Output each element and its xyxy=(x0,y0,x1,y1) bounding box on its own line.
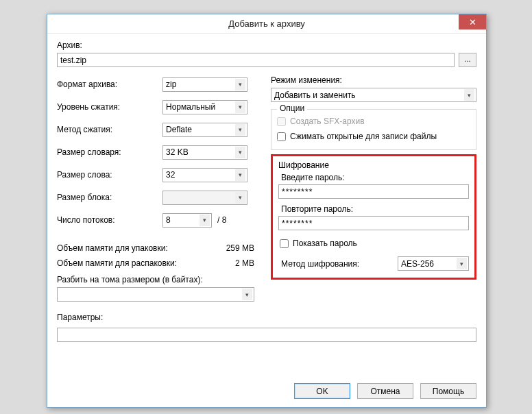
split-label: Разбить на тома размером (в байтах): xyxy=(57,275,254,284)
archive-label: Архив: xyxy=(57,40,476,50)
level-label: Уровень сжатия: xyxy=(57,102,162,112)
sfx-label: Создать SFX-архив xyxy=(290,117,365,126)
chevron-down-icon: ▾ xyxy=(235,169,245,181)
chevron-down-icon: ▾ xyxy=(235,101,245,113)
dialog-body: Архив: ... Формат архива: zip ▾ Уровень … xyxy=(47,34,486,376)
update-value: Добавить и заменить xyxy=(274,90,356,100)
window-title: Добавить к архиву xyxy=(228,19,305,29)
params-input[interactable] xyxy=(57,328,476,342)
mem-pack-label: Объем памяти для упаковки: xyxy=(57,243,168,253)
chevron-down-icon: ▾ xyxy=(235,147,245,158)
options-legend: Опции xyxy=(277,103,307,113)
mem-unpack-value: 2 MB xyxy=(235,258,254,268)
chevron-down-icon: ▾ xyxy=(235,79,245,90)
mem-pack-value: 259 MB xyxy=(226,243,254,253)
ok-button[interactable]: OK xyxy=(294,383,350,399)
options-group: Опции Создать SFX-архив Сжимать открытые… xyxy=(271,109,476,150)
threads-select[interactable]: 8 ▾ xyxy=(162,213,212,228)
right-column: Режим изменения: Добавить и заменить ▾ О… xyxy=(271,75,476,302)
dialog-window: Добавить к архиву ✕ Архив: ... Формат ар… xyxy=(47,14,487,408)
showpw-checkbox[interactable] xyxy=(280,239,289,248)
method-label: Метод сжатия: xyxy=(57,125,162,134)
threads-value: 8 xyxy=(166,215,171,225)
help-button[interactable]: Помощь xyxy=(420,383,476,399)
shared-checkbox-row[interactable]: Сжимать открытые для записи файлы xyxy=(277,129,470,144)
showpw-row[interactable]: Показать пароль xyxy=(280,236,469,251)
format-label: Формат архива: xyxy=(57,80,162,89)
archive-input[interactable] xyxy=(57,53,455,67)
close-button[interactable]: ✕ xyxy=(459,14,486,29)
sfx-checkbox-row: Создать SFX-архив xyxy=(277,114,470,129)
dict-select[interactable]: 32 KB ▾ xyxy=(162,145,247,160)
close-icon: ✕ xyxy=(469,18,476,27)
level-value: Нормальный xyxy=(166,102,215,112)
threads-max: / 8 xyxy=(217,215,226,225)
encryption-group: Шифрование Введите пароль: Повторите пар… xyxy=(271,154,476,280)
chevron-down-icon: ▾ xyxy=(235,192,245,204)
split-combo[interactable]: ▾ xyxy=(57,287,254,302)
format-value: zip xyxy=(166,80,176,89)
password-input[interactable] xyxy=(278,184,469,199)
left-column: Формат архива: zip ▾ Уровень сжатия: Нор… xyxy=(57,75,254,302)
update-select[interactable]: Добавить и заменить ▾ xyxy=(271,88,476,102)
mem-unpack-label: Объем памяти для распаковки: xyxy=(57,258,177,268)
password2-input[interactable] xyxy=(278,216,469,230)
method-value: Deflate xyxy=(166,125,192,134)
chevron-down-icon: ▾ xyxy=(464,89,474,101)
level-select[interactable]: Нормальный ▾ xyxy=(162,100,247,114)
format-select[interactable]: zip ▾ xyxy=(162,77,247,92)
chevron-down-icon: ▾ xyxy=(200,215,210,226)
encmethod-select[interactable]: AES-256 ▾ xyxy=(398,256,469,271)
word-value: 32 xyxy=(166,170,175,180)
button-bar: OK Отмена Помощь xyxy=(47,376,486,407)
browse-button[interactable]: ... xyxy=(459,53,476,67)
block-select[interactable]: ▾ xyxy=(162,191,247,205)
word-label: Размер слова: xyxy=(57,170,162,180)
cancel-button[interactable]: Отмена xyxy=(357,383,413,399)
shared-label: Сжимать открытые для записи файлы xyxy=(290,132,437,141)
word-select[interactable]: 32 ▾ xyxy=(162,168,247,182)
titlebar: Добавить к архиву ✕ xyxy=(47,14,486,34)
password2-label: Повторите пароль: xyxy=(281,204,469,214)
encryption-legend: Шифрование xyxy=(278,160,469,170)
block-label: Размер блока: xyxy=(57,193,162,202)
sfx-checkbox xyxy=(277,117,286,126)
password-label: Введите пароль: xyxy=(281,173,469,182)
shared-checkbox[interactable] xyxy=(277,132,286,141)
showpw-label: Показать пароль xyxy=(293,239,357,248)
method-select[interactable]: Deflate ▾ xyxy=(162,123,247,137)
chevron-down-icon: ▾ xyxy=(242,289,252,300)
encmethod-value: AES-256 xyxy=(401,259,434,269)
params-label: Параметры: xyxy=(57,313,476,322)
dict-label: Размер словаря: xyxy=(57,147,162,157)
update-label: Режим изменения: xyxy=(271,75,476,85)
chevron-down-icon: ▾ xyxy=(235,124,245,136)
dict-value: 32 KB xyxy=(166,147,189,157)
encmethod-label: Метод шифрования: xyxy=(281,259,392,269)
threads-label: Число потоков: xyxy=(57,215,162,225)
chevron-down-icon: ▾ xyxy=(457,258,467,269)
